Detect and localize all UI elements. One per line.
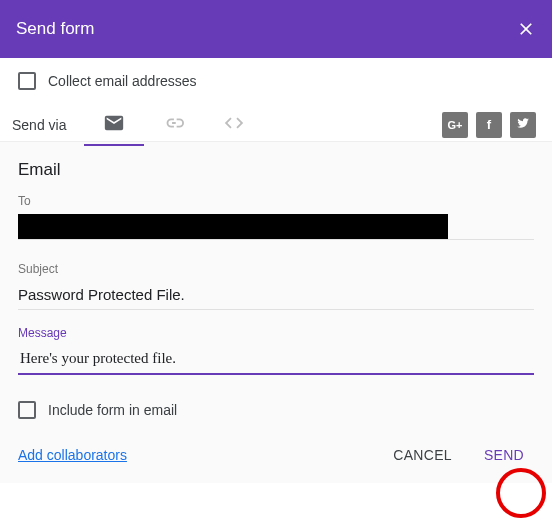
add-collaborators-link[interactable]: Add collaborators (18, 447, 127, 463)
include-form-row: Include form in email (18, 391, 534, 439)
include-form-label: Include form in email (48, 402, 177, 418)
message-field: Message (18, 326, 534, 375)
social-share-group: G+ f (442, 112, 536, 138)
collect-addresses-label: Collect email addresses (48, 73, 197, 89)
send-via-label: Send via (12, 117, 66, 133)
dialog-title: Send form (16, 19, 94, 39)
cancel-button[interactable]: CANCEL (383, 439, 462, 471)
tab-embed[interactable] (204, 105, 264, 145)
email-icon (103, 112, 125, 138)
dialog-footer: Add collaborators CANCEL SEND (18, 439, 534, 471)
to-label: To (18, 194, 534, 208)
to-underline (18, 239, 534, 240)
email-panel: Email To Subject Message Include form in… (0, 142, 552, 483)
send-button[interactable]: SEND (474, 439, 534, 471)
subject-field: Subject (18, 262, 534, 310)
twitter-icon (516, 116, 530, 133)
gplus-icon: G+ (448, 119, 463, 131)
to-field: To (18, 194, 534, 240)
share-google-plus[interactable]: G+ (442, 112, 468, 138)
message-label: Message (18, 326, 534, 340)
footer-actions: CANCEL SEND (383, 439, 534, 471)
subject-label: Subject (18, 262, 534, 276)
facebook-icon: f (487, 117, 491, 132)
tab-link[interactable] (144, 105, 204, 145)
collect-addresses-checkbox[interactable] (18, 72, 36, 90)
dialog-header: Send form (0, 0, 552, 58)
email-heading: Email (18, 160, 534, 180)
tab-email[interactable] (84, 105, 144, 145)
link-icon (163, 112, 185, 138)
to-input[interactable] (18, 214, 448, 239)
message-input[interactable] (18, 346, 534, 375)
share-facebook[interactable]: f (476, 112, 502, 138)
share-twitter[interactable] (510, 112, 536, 138)
include-form-checkbox[interactable] (18, 401, 36, 419)
subject-input[interactable] (18, 282, 534, 310)
close-icon[interactable] (516, 19, 536, 39)
embed-icon (223, 112, 245, 138)
send-via-row: Send via G+ f (0, 98, 552, 142)
collect-addresses-row: Collect email addresses (0, 58, 552, 98)
